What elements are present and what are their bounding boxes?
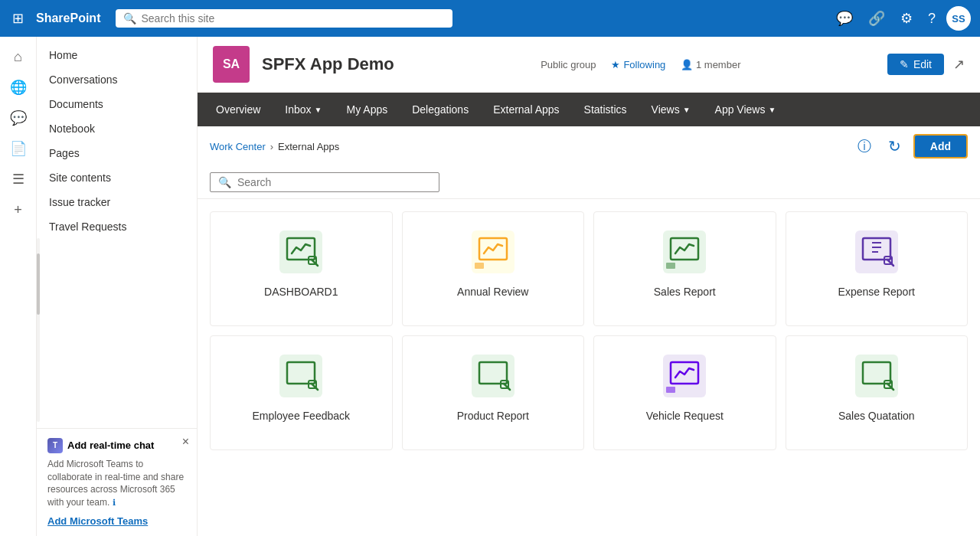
breadcrumb-actions: ⓘ ↻ Add — [852, 134, 968, 159]
content-search-icon: 🔍 — [218, 176, 231, 188]
app-label-employee-feedback: Employee Feedback — [252, 410, 350, 422]
chat-banner: × T Add real-time chat Add Microsoft Tea… — [37, 428, 197, 536]
breadcrumb-current: External Apps — [278, 141, 339, 152]
home-rail-icon[interactable]: ⌂ — [5, 43, 32, 70]
nav-item-documents[interactable]: Documents — [37, 92, 197, 116]
expand-icon[interactable]: ↗ — [953, 56, 965, 73]
app-card-employee-feedback[interactable]: Employee Feedback — [210, 335, 393, 450]
breadcrumb-parent[interactable]: Work Center — [210, 141, 266, 152]
site-header: SA SPFX App Demo Public group ★ Followin… — [198, 37, 980, 93]
app-views-chevron: ▼ — [768, 106, 776, 114]
main-layout: ⌂ 🌐 💬 📄 ☰ + Home Conversations Documents… — [0, 37, 980, 536]
page-rail-icon[interactable]: 📄 — [5, 135, 32, 162]
waffle-icon[interactable]: ⊞ — [9, 7, 27, 30]
brand-name: SharePoint — [36, 11, 100, 25]
nav-scrollbar-thumb — [37, 253, 40, 315]
chat-banner-title: Add real-time chat — [67, 440, 154, 451]
app-icon-sales-quotation — [855, 355, 898, 397]
app-icon-annual-review — [472, 230, 514, 273]
app-icon-dashboard1 — [279, 230, 322, 273]
app-icon-sales-report — [663, 230, 706, 273]
global-search-bar: 🔍 — [116, 9, 452, 28]
svg-rect-18 — [472, 355, 514, 397]
tab-app-views[interactable]: App Views ▼ — [703, 93, 789, 126]
content-search-input[interactable] — [237, 176, 431, 188]
tab-views[interactable]: Views ▼ — [639, 93, 703, 126]
nav-item-travel-requests[interactable]: Travel Requests — [37, 214, 197, 232]
edit-page-button[interactable]: ✎ Edit — [887, 54, 944, 75]
content-search-wrap: 🔍 — [210, 172, 439, 192]
close-chat-banner-button[interactable]: × — [182, 435, 189, 449]
icon-rail: ⌂ 🌐 💬 📄 ☰ + — [0, 37, 37, 536]
help-icon[interactable]: ? — [923, 8, 940, 30]
star-icon: ★ — [611, 59, 620, 70]
global-search-input[interactable] — [141, 12, 445, 25]
site-meta: Public group ★ Following 👤 1 member — [541, 59, 740, 70]
nav-item-site-contents[interactable]: Site contents — [37, 165, 197, 190]
nav-icon-group: 💬 🔗 ⚙ ? SS — [831, 6, 971, 31]
app-label-sales-report: Sales Report — [654, 286, 716, 298]
app-label-product-report: Product Report — [457, 410, 529, 422]
svg-rect-23 — [666, 387, 675, 393]
user-avatar[interactable]: SS — [946, 6, 971, 31]
tab-inbox[interactable]: Inbox ▼ — [273, 93, 334, 126]
add-button[interactable]: Add — [913, 134, 968, 159]
teams-logo: T — [47, 438, 63, 453]
views-chevron: ▼ — [683, 106, 691, 114]
person-icon: 👤 — [681, 59, 693, 70]
nav-items-list: Home Conversations Documents Notebook Pa… — [37, 37, 197, 232]
tab-delegations[interactable]: Delegations — [400, 93, 481, 126]
content-area: SA SPFX App Demo Public group ★ Followin… — [198, 37, 980, 536]
app-icon-product-report — [472, 355, 514, 397]
share-icon[interactable]: 🔗 — [864, 7, 890, 30]
tab-statistics[interactable]: Statistics — [572, 93, 639, 126]
nav-item-issue-tracker[interactable]: Issue tracker — [37, 190, 197, 214]
add-teams-link[interactable]: Add Microsoft Teams — [47, 515, 186, 527]
app-card-expense-report[interactable]: Expense Report — [786, 211, 969, 326]
app-label-sales-quotation: Sales Quatation — [838, 410, 915, 422]
tab-bar: Overview Inbox ▼ My Apps Delegations Ext… — [198, 93, 980, 126]
site-logo: SA — [213, 46, 250, 83]
tab-my-apps[interactable]: My Apps — [335, 93, 400, 126]
inbox-chevron: ▼ — [315, 106, 322, 114]
svg-rect-8 — [666, 263, 675, 269]
app-card-dashboard1[interactable]: DASHBOARD1 — [210, 211, 393, 326]
following-button[interactable]: ★ Following — [611, 59, 665, 70]
breadcrumb-separator: › — [270, 141, 273, 152]
app-label-annual-review: Annual Review — [457, 286, 528, 298]
tab-external-apps[interactable]: External Apps — [481, 93, 571, 126]
app-card-annual-review[interactable]: Annual Review — [402, 211, 585, 326]
public-group-label: Public group — [541, 59, 596, 70]
globe-rail-icon[interactable]: 🌐 — [5, 74, 32, 101]
chat-banner-body: Add Microsoft Teams to collaborate in re… — [47, 458, 186, 509]
chat-banner-header: T Add real-time chat — [47, 438, 186, 453]
nav-scrollbar[interactable] — [37, 238, 40, 421]
nav-item-pages[interactable]: Pages — [37, 141, 197, 165]
refresh-button[interactable]: ↻ — [883, 134, 907, 159]
app-grid: DASHBOARD1 Annual Review — [210, 211, 968, 450]
list-rail-icon[interactable]: ☰ — [5, 165, 32, 193]
app-icon-employee-feedback — [279, 355, 322, 397]
tab-overview[interactable]: Overview — [204, 93, 273, 126]
app-card-sales-report[interactable]: Sales Report — [593, 211, 776, 326]
nav-item-notebook[interactable]: Notebook — [37, 116, 197, 141]
chat-rail-icon[interactable]: 💬 — [5, 104, 32, 132]
chat-info-link[interactable]: ℹ — [113, 498, 116, 507]
nav-item-conversations[interactable]: Conversations — [37, 67, 197, 92]
app-card-product-report[interactable]: Product Report — [402, 335, 585, 450]
content-search-bar: 🔍 — [198, 166, 980, 199]
app-label-expense-report: Expense Report — [838, 286, 915, 298]
settings-icon[interactable]: ⚙ — [896, 7, 917, 30]
left-navigation: Home Conversations Documents Notebook Pa… — [37, 37, 198, 536]
info-button[interactable]: ⓘ — [852, 134, 877, 159]
nav-item-home[interactable]: Home — [37, 43, 197, 67]
header-right: ✎ Edit ↗ — [887, 54, 965, 75]
chat-icon[interactable]: 💬 — [831, 7, 858, 30]
pencil-icon: ✎ — [900, 58, 909, 70]
app-card-sales-quotation[interactable]: Sales Quatation — [786, 335, 969, 450]
app-grid-container: DASHBOARD1 Annual Review — [198, 199, 980, 536]
app-label-vehicle-request: Vehicle Request — [646, 410, 724, 422]
top-navigation: ⊞ SharePoint 🔍 💬 🔗 ⚙ ? SS — [0, 0, 980, 37]
add-rail-icon[interactable]: + — [5, 196, 32, 224]
app-card-vehicle-request[interactable]: Vehicle Request — [593, 335, 776, 450]
